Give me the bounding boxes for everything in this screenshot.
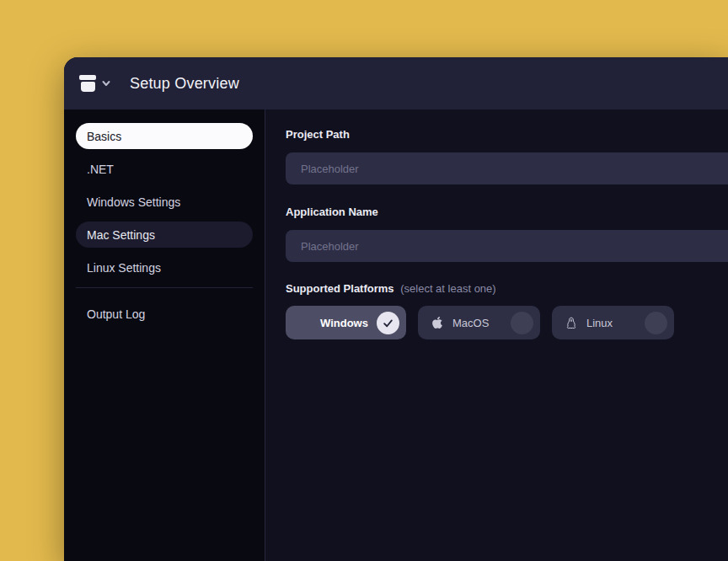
- supported-platforms-title: Supported Platforms: [286, 282, 394, 295]
- platform-toggle-macos[interactable]: MacOS: [418, 306, 540, 339]
- sidebar-item-basics[interactable]: Basics: [76, 123, 253, 149]
- sidebar-item-label: Linux Settings: [87, 261, 161, 275]
- sidebar-item-mac-settings[interactable]: Mac Settings: [76, 222, 253, 248]
- chevron-down-icon: [101, 78, 111, 88]
- project-path-input[interactable]: [286, 152, 728, 184]
- sidebar: Basics .NET Windows Settings Mac Setting…: [64, 110, 265, 561]
- platform-toggle-group: Windows MacOS: [286, 306, 728, 339]
- linux-tux-icon: [564, 316, 578, 330]
- sidebar-item-label: .NET: [87, 163, 114, 176]
- app-window: Setup Overview Basics .NET Windows Setti…: [64, 57, 728, 561]
- sidebar-item-label: Output Log: [87, 307, 145, 321]
- supported-platforms-label: Supported Platforms (select at least one…: [286, 282, 728, 295]
- application-name-input[interactable]: [286, 230, 728, 262]
- titlebar: Setup Overview: [64, 57, 728, 110]
- project-path-label: Project Path: [286, 128, 728, 141]
- platform-toggle-windows[interactable]: Windows: [286, 306, 406, 339]
- supported-platforms-hint: (select at least one): [400, 282, 495, 295]
- platform-label: Linux: [586, 317, 613, 329]
- toggle-circle-unchecked: [645, 312, 667, 334]
- checkmark-icon: [377, 312, 399, 334]
- windows-logo-icon: [297, 316, 312, 330]
- platform-label: MacOS: [452, 317, 489, 329]
- sidebar-item-dotnet[interactable]: .NET: [76, 156, 253, 182]
- platform-label: Windows: [320, 317, 368, 329]
- window-body: Basics .NET Windows Settings Mac Setting…: [64, 110, 728, 561]
- sidebar-item-label: Mac Settings: [87, 228, 155, 242]
- sidebar-item-linux-settings[interactable]: Linux Settings: [76, 254, 253, 280]
- sidebar-item-windows-settings[interactable]: Windows Settings: [76, 189, 253, 215]
- toggle-circle-unchecked: [511, 312, 533, 334]
- settings-panel: Project Path Application Name Supported …: [265, 110, 728, 561]
- sidebar-item-output-log[interactable]: Output Log: [76, 301, 253, 327]
- app-menu-button[interactable]: [78, 75, 111, 92]
- archive-box-icon: [78, 75, 97, 92]
- sidebar-divider: [76, 287, 253, 288]
- application-name-label: Application Name: [286, 206, 728, 218]
- sidebar-item-label: Basics: [87, 130, 121, 143]
- apple-logo-icon: [430, 316, 444, 330]
- platform-toggle-linux[interactable]: Linux: [552, 306, 674, 339]
- sidebar-item-label: Windows Settings: [87, 195, 180, 209]
- window-title: Setup Overview: [130, 75, 239, 93]
